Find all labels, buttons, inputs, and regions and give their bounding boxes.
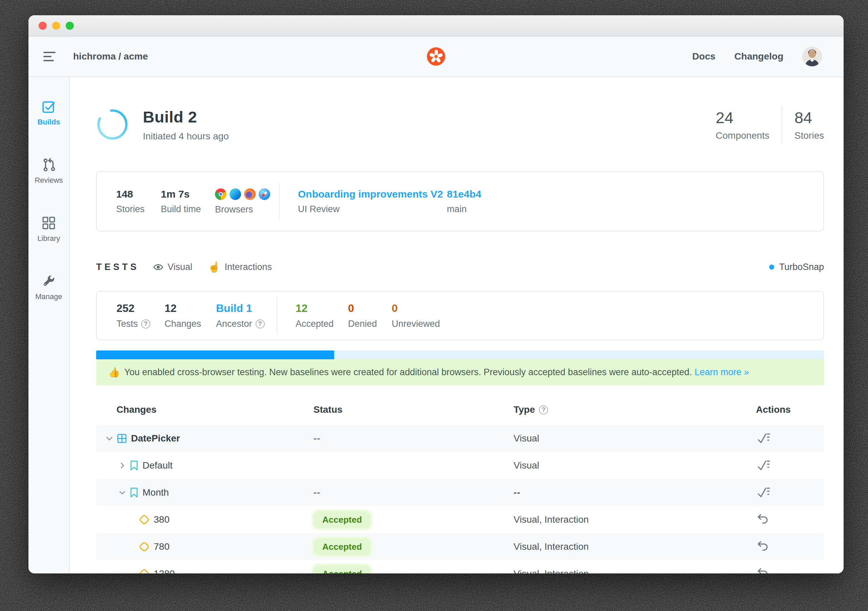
table-row: Month -- -- [96, 479, 824, 506]
interactions-filter[interactable]: ☝ Interactions [208, 262, 272, 272]
avatar[interactable] [802, 47, 822, 66]
component-icon [117, 433, 127, 444]
status-badge: Accepted [313, 538, 371, 555]
status-badge: Accepted [313, 565, 371, 574]
interactions-filter-label: Interactions [225, 262, 272, 272]
visual-filter[interactable]: Visual [153, 262, 192, 272]
build-summary-card: 148 Stories 1m 7s Build time Browsers [96, 171, 824, 231]
wrench-icon [42, 274, 56, 288]
stat-stories: 148 Stories [116, 189, 161, 215]
edge-browser-icon [229, 189, 241, 200]
checkbox-icon [42, 99, 56, 114]
viewport-diamond-icon [139, 541, 150, 552]
visual-filter-label: Visual [167, 262, 192, 272]
column-header-type: Type? [513, 404, 756, 415]
batch-accept-icon[interactable] [756, 485, 771, 500]
stat-build-time: 1m 7s Build time [161, 189, 215, 215]
close-window-button[interactable] [39, 22, 47, 30]
column-header-status: Status [313, 404, 513, 415]
turbosnap-indicator[interactable]: TurboSnap [769, 262, 824, 272]
story-name-link[interactable]: Default [143, 460, 173, 471]
story-bookmark-icon [130, 487, 138, 498]
project-breadcrumb[interactable]: hichroma / acme [73, 51, 148, 62]
commit-info: Onboarding improvements V2 UI Review [298, 189, 447, 215]
minimize-window-button[interactable] [52, 22, 60, 30]
sidebar-item-label: Library [37, 234, 60, 243]
zoom-window-button[interactable] [66, 22, 74, 30]
stat-accepted: 12 Accepted [296, 302, 348, 329]
status-badge: Accepted [313, 511, 371, 529]
stat-changes: 12 Changes [164, 302, 216, 329]
stat-ancestor: Build 1 Ancestor? [216, 302, 277, 329]
chevron-down-icon[interactable] [105, 434, 114, 443]
safari-browser-icon [259, 189, 270, 200]
grid-icon [42, 216, 56, 230]
help-icon[interactable]: ? [141, 319, 150, 328]
table-row: 380 Accepted Visual, Interaction [96, 506, 824, 533]
firefox-browser-icon [244, 189, 256, 200]
menu-icon[interactable] [43, 52, 57, 61]
viewport-diamond-icon [139, 514, 150, 525]
viewport-diamond-icon [139, 568, 150, 574]
turbosnap-dot-icon [769, 265, 774, 270]
build-progress-bar [96, 351, 824, 359]
table-row: 1280 Accepted Visual, Interaction [96, 560, 824, 574]
app-window: hichroma / acme Docs Changelog [28, 15, 844, 574]
window-titlebar [28, 15, 844, 37]
docs-link[interactable]: Docs [692, 51, 715, 62]
sidebar-item-reviews[interactable]: Reviews [34, 158, 63, 185]
revision-info: 81e4b4 main [447, 189, 515, 215]
sidebar-item-library[interactable]: Library [37, 216, 60, 243]
learn-more-link[interactable]: Learn more » [695, 367, 749, 377]
undo-icon[interactable] [756, 567, 770, 574]
batch-accept-icon[interactable] [756, 431, 771, 446]
chromatic-logo-icon[interactable] [427, 47, 445, 66]
sidebar-item-label: Builds [37, 118, 60, 127]
chevron-right-icon[interactable] [118, 461, 127, 470]
banner-text: You enabled cross-browser testing. New b… [124, 367, 692, 377]
stat-unreviewed: 0 Unreviewed [392, 302, 453, 329]
viewport-name-link[interactable]: 380 [154, 514, 170, 525]
table-row: 780 Accepted Visual, Interaction [96, 533, 824, 560]
sidebar-item-label: Manage [35, 292, 62, 301]
progress-fill [96, 351, 334, 359]
batch-accept-icon[interactable] [756, 458, 771, 473]
stat-denied: 0 Denied [348, 302, 392, 329]
divider [279, 183, 280, 220]
stat-browsers: Browsers [215, 188, 279, 215]
help-icon[interactable]: ? [539, 405, 548, 415]
column-header-actions: Actions [756, 404, 824, 415]
app-header: hichroma / acme Docs Changelog [28, 37, 844, 77]
viewport-name-link[interactable]: 1280 [154, 568, 175, 574]
chevron-down-icon[interactable] [118, 488, 127, 497]
page-title: Build 2 [143, 108, 229, 126]
main-content: Build 2 Initiated 4 hours ago 24 Compone… [70, 77, 844, 574]
stat-tests: 252 Tests? [116, 302, 164, 329]
story-name-link[interactable]: Month [143, 487, 169, 498]
viewport-name-link[interactable]: 780 [154, 541, 170, 552]
stories-count: 84 Stories [795, 108, 824, 141]
build-progress-spinner-icon [96, 108, 129, 141]
sidebar-item-label: Reviews [34, 176, 63, 185]
component-name-link[interactable]: DatePicker [131, 433, 180, 444]
sidebar-item-manage[interactable]: Manage [35, 274, 62, 301]
ancestor-build-link[interactable]: Build 1 [216, 302, 277, 315]
undo-icon[interactable] [756, 540, 770, 554]
eye-icon [153, 262, 164, 272]
commit-hash-link[interactable]: 81e4b4 [447, 189, 515, 200]
table-row: Default Visual [96, 452, 824, 479]
tests-heading: TESTS [96, 262, 153, 272]
help-icon[interactable]: ? [256, 319, 265, 328]
divider [277, 297, 277, 334]
undo-icon[interactable] [756, 512, 770, 527]
tests-summary-card: 252 Tests? 12 Changes Build 1 Ancestor? … [96, 291, 824, 340]
changelog-link[interactable]: Changelog [734, 51, 783, 62]
chrome-browser-icon [215, 189, 226, 200]
story-bookmark-icon [130, 460, 138, 471]
commit-title-link[interactable]: Onboarding improvements V2 [298, 189, 447, 200]
cross-browser-banner: 👍 You enabled cross-browser testing. New… [96, 359, 824, 385]
pull-request-icon [42, 158, 56, 172]
build-subtitle: Initiated 4 hours ago [143, 131, 229, 142]
sidebar-item-builds[interactable]: Builds [37, 99, 60, 127]
table-row: DatePicker -- Visual [96, 425, 824, 452]
